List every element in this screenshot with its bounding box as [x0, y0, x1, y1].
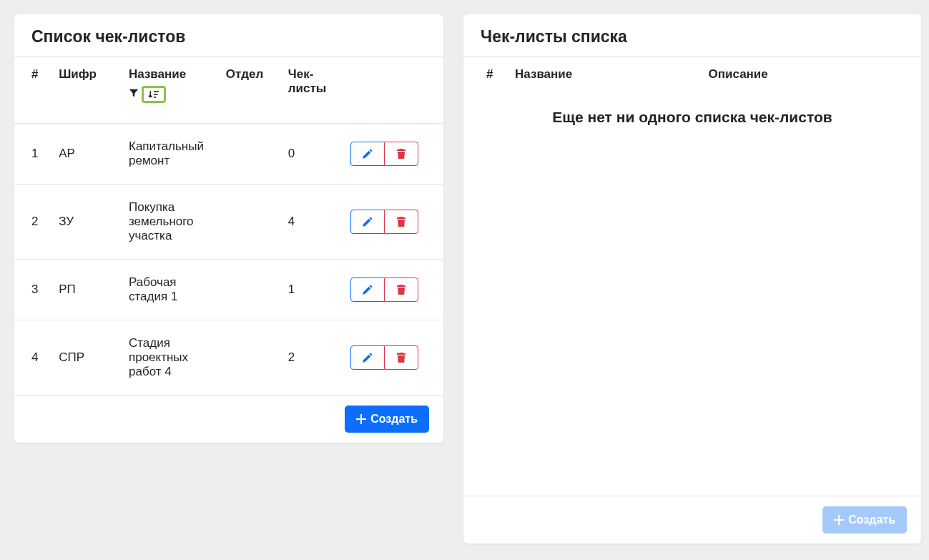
cell-actions	[343, 185, 443, 260]
col-header-actions	[343, 57, 443, 124]
col-header-name[interactable]: Название	[122, 57, 219, 124]
panel-title: Чек-листы списка	[463, 14, 921, 57]
cell-dept	[219, 320, 281, 396]
col-header-desc[interactable]: Описание	[700, 57, 921, 92]
cell-code: ЗУ	[51, 185, 122, 260]
trash-icon	[395, 148, 407, 159]
pencil-icon	[362, 352, 373, 363]
cell-dept	[219, 260, 281, 320]
pencil-icon	[362, 216, 373, 227]
cell-actions	[343, 320, 443, 396]
col-header-code[interactable]: Шифр	[51, 57, 122, 124]
edit-button[interactable]	[350, 142, 385, 166]
cell-code: СПР	[51, 320, 122, 396]
cell-number: 1	[14, 124, 51, 185]
sort-desc-button[interactable]	[142, 86, 166, 103]
cell-dept	[219, 185, 281, 260]
checklist-lists-panel: Список чек-листов # Шифр Название	[14, 14, 443, 443]
cell-count: 0	[281, 124, 343, 185]
pencil-icon	[362, 148, 373, 159]
cell-count: 2	[281, 320, 343, 396]
col-header-name-label: Название	[129, 67, 212, 82]
col-header-dept[interactable]: Отдел	[219, 57, 281, 124]
trash-icon	[395, 352, 407, 363]
checklists-table: # Название Описание	[463, 57, 921, 92]
create-checklist-button[interactable]: Создать	[822, 506, 907, 534]
edit-button[interactable]	[350, 277, 385, 302]
col-header-name[interactable]: Название	[506, 57, 700, 92]
table-row[interactable]: 3РПРабочая стадия 11	[14, 260, 443, 320]
cell-count: 1	[281, 260, 343, 320]
plus-icon	[834, 515, 844, 525]
cell-actions	[343, 260, 443, 320]
cell-code: РП	[51, 260, 122, 320]
delete-button[interactable]	[384, 142, 418, 166]
cell-actions	[343, 124, 443, 185]
cell-code: АР	[51, 124, 122, 185]
col-header-count[interactable]: Чек-листы	[281, 57, 343, 124]
cell-count: 4	[281, 185, 343, 260]
cell-dept	[219, 124, 281, 185]
col-header-number[interactable]: #	[463, 57, 506, 92]
cell-name: Рабочая стадия 1	[122, 260, 219, 320]
table-row[interactable]: 2ЗУПокупка земельного участка4	[14, 185, 443, 260]
checklists-of-list-panel: Чек-листы списка # Название Описание Еще…	[463, 14, 921, 544]
empty-state-message: Еще нет ни одного списка чек-листов	[463, 92, 921, 143]
cell-name: Стадия проектных работ 4	[122, 320, 219, 396]
delete-button[interactable]	[384, 277, 418, 302]
checklist-lists-table: # Шифр Название	[14, 57, 443, 395]
cell-name: Покупка земельного участка	[122, 185, 219, 260]
plus-icon	[356, 414, 366, 424]
edit-button[interactable]	[350, 210, 385, 234]
cell-number: 4	[14, 320, 51, 396]
panel-footer: Создать	[14, 395, 443, 443]
pencil-icon	[362, 284, 373, 295]
delete-button[interactable]	[384, 345, 418, 370]
create-checklist-label: Создать	[848, 514, 895, 526]
col-header-number[interactable]: #	[14, 57, 51, 124]
edit-button[interactable]	[350, 345, 385, 370]
trash-icon	[395, 216, 407, 227]
cell-name: Капитальный ремонт	[122, 124, 219, 185]
table-row[interactable]: 1АРКапитальный ремонт0	[14, 124, 443, 185]
create-list-button[interactable]: Создать	[345, 406, 429, 433]
cell-number: 3	[14, 260, 51, 320]
trash-icon	[395, 284, 407, 295]
filter-icon[interactable]	[129, 87, 139, 102]
table-row[interactable]: 4СПРСтадия проектных работ 42	[14, 320, 443, 396]
cell-number: 2	[14, 185, 51, 260]
create-list-label: Создать	[370, 413, 418, 426]
panel-title: Список чек-листов	[14, 14, 443, 57]
delete-button[interactable]	[384, 210, 418, 234]
panel-footer: Создать	[463, 496, 921, 544]
